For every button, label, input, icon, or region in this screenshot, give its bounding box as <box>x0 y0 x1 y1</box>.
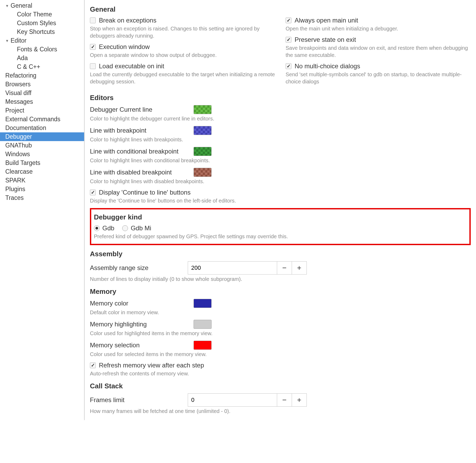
always-open-main-unit-checkbox[interactable] <box>286 17 291 23</box>
sidebar-item-build-targets[interactable]: Build Targets <box>0 159 84 167</box>
setting-desc: Open the main unit when initializing a d… <box>286 25 471 32</box>
color-label: Memory highlighting <box>90 321 147 328</box>
setting-desc: Stop when an exception is raised. Change… <box>90 25 275 39</box>
sidebar-item-debugger[interactable]: Debugger <box>0 132 84 141</box>
sidebar-item-label: Refactoring <box>5 72 36 79</box>
refresh-memory-desc: Auto-refresh the contents of memory view… <box>90 370 471 377</box>
setting-label: Always open main unit <box>295 17 358 24</box>
break-on-exceptions-checkbox[interactable] <box>90 17 96 23</box>
tree-arrow-icon: ▼ <box>5 39 9 43</box>
debugger-kind-radio-gdb[interactable] <box>94 225 100 231</box>
color-label: Line with disabled breakpoint <box>90 169 172 176</box>
assembly-range-input[interactable] <box>188 261 277 275</box>
frames-limit-minus-button[interactable]: − <box>277 393 292 407</box>
sidebar-item-label: GNAThub <box>5 142 32 149</box>
sidebar-item-label: Messages <box>5 98 33 105</box>
sidebar-item-label: Build Targets <box>5 159 40 167</box>
sidebar-item-plugins[interactable]: Plugins <box>0 185 84 194</box>
color-swatch[interactable] <box>194 147 212 156</box>
color-label: Line with conditional breakpoint <box>90 148 178 155</box>
sidebar-item-documentation[interactable]: Documentation <box>0 124 84 132</box>
color-desc: Color used for highlighted items in the … <box>90 330 471 337</box>
sidebar-item-label: Key Shortcuts <box>17 28 55 35</box>
color-desc: Color to highlight lines with disabled b… <box>90 178 471 185</box>
color-desc: Default color in memory view. <box>90 309 471 316</box>
color-label: Line with breakpoint <box>90 127 146 134</box>
frames-limit-label: Frames limit <box>90 396 188 404</box>
sidebar-item-c-c-[interactable]: C & C++ <box>0 62 84 71</box>
sidebar-item-label: Browsers <box>5 81 31 88</box>
display-continue-checkbox[interactable] <box>90 190 96 195</box>
setting-label: Break on exceptions <box>99 17 156 24</box>
display-continue-desc: Display the 'Continue to line' buttons o… <box>90 197 471 204</box>
sidebar-item-key-shortcuts[interactable]: Key Shortcuts <box>0 28 84 36</box>
sidebar-item-traces[interactable]: Traces <box>0 194 84 202</box>
setting-desc: Open a separate window to show output of… <box>90 52 275 59</box>
color-desc: Color used for selected items in the mem… <box>90 351 471 358</box>
color-swatch[interactable] <box>194 299 212 308</box>
sidebar-item-label: C & C++ <box>17 63 40 70</box>
section-general-heading: General <box>90 5 471 14</box>
color-label: Debugger Current line <box>90 106 152 113</box>
sidebar-item-label: Clearcase <box>5 168 33 175</box>
color-desc: Color to highlight lines with conditiona… <box>90 157 471 164</box>
color-swatch[interactable] <box>194 320 212 329</box>
assembly-range-desc: Number of lines to display initially (0 … <box>90 276 471 283</box>
frames-limit-plus-button[interactable]: + <box>292 393 307 407</box>
debugger-kind-radio-gdb-mi[interactable] <box>122 225 128 231</box>
frames-limit-input[interactable] <box>188 393 277 407</box>
sidebar-item-label: General <box>11 2 32 9</box>
sidebar-item-spark[interactable]: SPARK <box>0 176 84 185</box>
setting-label: Execution window <box>99 43 150 51</box>
section-callstack-heading: Call Stack <box>90 382 471 390</box>
section-debugger-kind-heading: Debugger kind <box>94 213 467 221</box>
color-swatch[interactable] <box>194 126 212 135</box>
color-desc: Color to highlight the debugger current … <box>90 115 471 122</box>
sidebar-item-label: Color Theme <box>17 11 52 18</box>
sidebar-item-label: Visual diff <box>5 89 31 97</box>
frames-limit-desc: How many frames will be fetched at one t… <box>90 408 471 415</box>
no-multi-choice-dialogs-checkbox[interactable] <box>286 63 291 69</box>
sidebar-item-label: Fonts & Colors <box>17 46 57 53</box>
sidebar-item-windows[interactable]: Windows <box>0 150 84 159</box>
debugger-kind-highlight: Debugger kind GdbGdb Mi Prefered kind of… <box>90 208 471 245</box>
refresh-memory-checkbox[interactable] <box>90 362 96 368</box>
color-desc: Color to highlight lines with breakpoint… <box>90 136 471 143</box>
sidebar-item-editor[interactable]: ▼Editor <box>0 36 84 45</box>
sidebar-item-project[interactable]: Project <box>0 106 84 115</box>
sidebar-item-clearcase[interactable]: Clearcase <box>0 167 84 176</box>
sidebar-item-browsers[interactable]: Browsers <box>0 80 84 89</box>
assembly-range-minus-button[interactable]: − <box>277 261 292 275</box>
sidebar-item-label: Traces <box>5 194 24 201</box>
setting-label: Load executable on init <box>99 62 164 70</box>
sidebar-item-label: External Commands <box>5 116 60 123</box>
section-memory-heading: Memory <box>90 287 471 296</box>
color-swatch[interactable] <box>194 105 212 114</box>
color-swatch[interactable] <box>194 341 212 350</box>
sidebar-item-general[interactable]: ▼General <box>0 1 84 10</box>
sidebar-item-ada[interactable]: Ada <box>0 54 84 62</box>
sidebar-item-gnathub[interactable]: GNAThub <box>0 141 84 150</box>
preserve-state-on-exit-checkbox[interactable] <box>286 37 291 43</box>
sidebar-item-custom-styles[interactable]: Custom Styles <box>0 19 84 28</box>
sidebar-item-visual-diff[interactable]: Visual diff <box>0 89 84 97</box>
sidebar-item-fonts-colors[interactable]: Fonts & Colors <box>0 45 84 54</box>
color-label: Memory selection <box>90 341 140 349</box>
sidebar-item-color-theme[interactable]: Color Theme <box>0 10 84 19</box>
sidebar-item-label: SPARK <box>5 177 25 184</box>
setting-label: No multi-choice dialogs <box>295 62 360 70</box>
sidebar-item-label: Debugger <box>5 133 32 140</box>
execution-window-checkbox[interactable] <box>90 44 96 50</box>
setting-desc: Load the currently debugged executable t… <box>90 71 275 85</box>
assembly-range-plus-button[interactable]: + <box>292 261 307 275</box>
sidebar-item-external-commands[interactable]: External Commands <box>0 115 84 124</box>
sidebar-item-refactoring[interactable]: Refactoring <box>0 71 84 80</box>
debugger-kind-radio-label: Gdb Mi <box>131 224 151 232</box>
sidebar-item-label: Plugins <box>5 186 25 193</box>
load-executable-on-init-checkbox[interactable] <box>90 63 96 69</box>
sidebar-item-messages[interactable]: Messages <box>0 97 84 106</box>
debugger-kind-radio-label: Gdb <box>102 224 114 232</box>
color-swatch[interactable] <box>194 168 212 177</box>
setting-desc: Send 'set multiple-symbols cancel' to gd… <box>286 71 471 85</box>
setting-desc: Save breakpoints and data window on exit… <box>286 44 471 59</box>
